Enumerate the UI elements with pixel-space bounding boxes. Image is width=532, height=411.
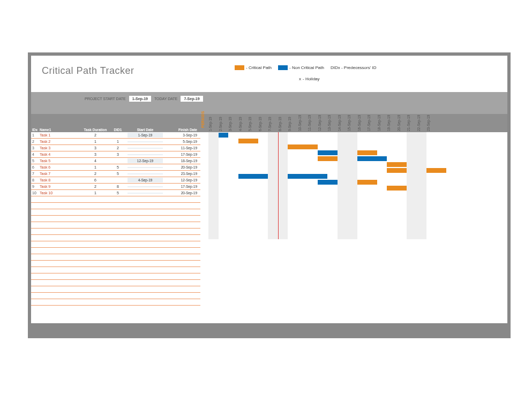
table-row[interactable]: 8Task 864-Sep-1912-Sep-19 [31, 177, 200, 184]
date-col: 8-Sep-19 [278, 106, 288, 132]
date-col: 22-Sep-19 [417, 106, 427, 132]
cell-id: 7 [31, 171, 39, 176]
empty-row [31, 293, 200, 299]
weekend-shade [407, 132, 426, 239]
legend-holiday-mark: x [299, 77, 301, 81]
date-col: 1-Sep-19 [208, 106, 219, 132]
today-date-input[interactable]: 7-Sep-19 [181, 96, 203, 102]
cell-name: Task 8 [39, 178, 83, 182]
gantt-bar-critical[interactable] [387, 186, 407, 191]
gantt-bar-noncritical[interactable] [318, 180, 338, 185]
cell-id: 8 [31, 178, 39, 182]
document-frame: Critical Path Tracker - Critical Path - … [28, 52, 511, 338]
cell-name: Task 6 [39, 165, 83, 170]
cell-finish: 5-Sep-19 [163, 139, 198, 144]
table-row[interactable]: 7Task 72523-Sep-19 [31, 171, 200, 177]
cell-duration: 3 [83, 146, 108, 150]
cell-duration: 2 [83, 184, 108, 189]
cell-duration: 3 [83, 152, 108, 157]
date-col: 23-Sep-19 [426, 106, 437, 132]
cell-duration: 1 [83, 191, 108, 195]
cell-name: Task 7 [39, 171, 83, 176]
cell-duration: 2 [83, 171, 108, 176]
cell-did: 1 [108, 139, 128, 144]
empty-row [31, 299, 200, 306]
cell-finish: 11-Sep-19 [163, 146, 198, 150]
table-row[interactable]: 1Task 121-Sep-193-Sep-19 [31, 132, 200, 139]
cell-duration: 1 [83, 165, 108, 170]
date-col: 14-Sep-19 [338, 106, 348, 132]
legend-noncritical-label: - Non Critical Path [289, 65, 324, 70]
cell-id: 5 [31, 158, 39, 163]
empty-row [31, 248, 200, 254]
table-row[interactable]: 3Task 33211-Sep-19 [31, 145, 200, 151]
legend-holiday-label: - Holiday [303, 77, 320, 81]
cell-id: 10 [31, 191, 39, 195]
empty-row [31, 241, 200, 248]
cell-duration: 2 [83, 133, 108, 138]
cell-did: 2 [108, 146, 128, 150]
table-row[interactable]: 5Task 5412-Sep-1918-Sep-19 [31, 158, 200, 164]
table-row[interactable]: 9Task 92817-Sep-19 [31, 184, 200, 190]
date-col: 18-Sep-19 [377, 106, 387, 132]
cell-finish: 17-Sep-19 [163, 152, 198, 157]
empty-row [31, 196, 200, 203]
date-col: 12-Sep-19 [318, 106, 328, 132]
legend: - Critical Path - Non Critical Path DIDx… [235, 65, 438, 81]
gantt-bar-critical[interactable] [426, 168, 446, 173]
table-row[interactable]: 10Task 101520-Sep-19 [31, 190, 200, 196]
table-row[interactable]: 2Task 2115-Sep-19 [31, 139, 200, 145]
date-col: 10-Sep-19 [298, 106, 308, 132]
cell-id: 3 [31, 146, 39, 150]
table-row[interactable]: 6Task 61520-Sep-19 [31, 164, 200, 171]
cell-duration: 4 [83, 158, 108, 163]
cell-id: 2 [31, 139, 39, 144]
cell-start: 4-Sep-19 [128, 178, 163, 182]
project-start-input[interactable]: 1-Sep-19 [129, 96, 151, 102]
cell-finish: 23-Sep-19 [163, 171, 198, 176]
col-start: Start Date [128, 127, 163, 132]
cell-start [128, 173, 163, 174]
empty-row [31, 216, 200, 222]
cell-finish: 20-Sep-19 [163, 191, 198, 195]
col-finish: Finish Date [163, 127, 198, 132]
empty-row [31, 273, 200, 280]
col-did: DID1 [108, 127, 128, 132]
cell-did [108, 161, 128, 162]
today-line [278, 132, 279, 239]
swatch-critical-icon [235, 65, 244, 70]
project-dates-row: PROJECT START DATE 1-Sep-19 TODAY DATE 7… [85, 96, 203, 102]
cell-name: Task 5 [39, 158, 83, 163]
weekend-shade [208, 132, 219, 239]
cell-duration: 6 [83, 178, 108, 182]
cell-did [108, 135, 128, 136]
date-col: 9-Sep-19 [288, 106, 298, 132]
swatch-noncritical-icon [278, 65, 288, 70]
gantt-bar-critical[interactable] [387, 162, 407, 167]
gantt-bar-noncritical[interactable] [238, 174, 268, 179]
cell-finish: 12-Sep-19 [163, 178, 198, 182]
cell-did: 5 [108, 191, 128, 195]
gantt-area [200, 132, 507, 298]
table-row[interactable]: 4Task 43317-Sep-19 [31, 151, 200, 158]
cell-start [128, 186, 163, 187]
today-date-label: TODAY DATE [154, 97, 177, 101]
date-col: 13-Sep-19 [327, 106, 338, 132]
cell-did: 5 [108, 171, 128, 176]
col-name: Name1 [39, 127, 83, 132]
periods-label: PERIODS [201, 106, 208, 132]
legend-didx: DIDx - Predecessors' ID [331, 65, 377, 70]
weekend-shade [338, 132, 357, 239]
gantt-bar-noncritical[interactable] [357, 156, 387, 161]
legend-critical-label: - Critical Path [246, 65, 272, 70]
date-col: 20-Sep-19 [397, 106, 407, 132]
col-id: IDx [31, 127, 39, 132]
gantt-bar-critical[interactable] [238, 139, 258, 143]
cell-start [128, 154, 163, 155]
empty-row [31, 267, 200, 273]
cell-duration: 1 [83, 139, 108, 144]
empty-row [31, 286, 200, 293]
cell-name: Task 1 [39, 133, 83, 138]
gantt-bar-critical[interactable] [357, 180, 377, 185]
cell-did: 5 [108, 165, 128, 170]
